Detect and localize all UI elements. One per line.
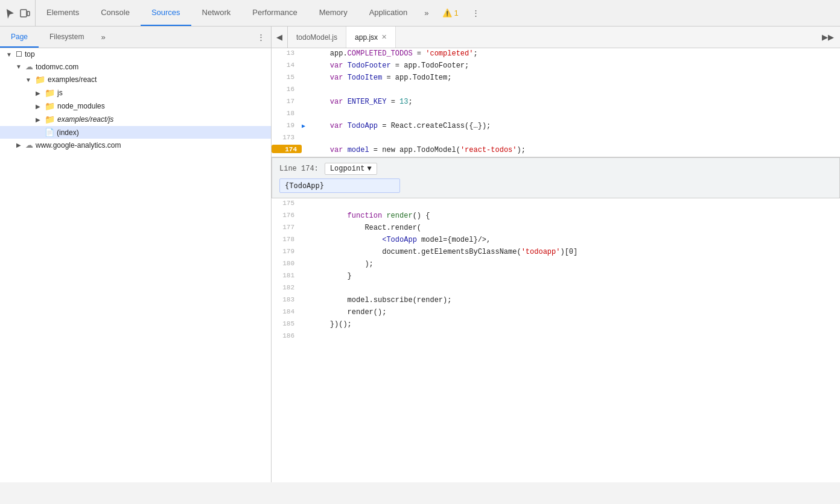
sub-tab-more[interactable]: ⋮ [251,27,271,48]
cursor-icon[interactable] [5,8,16,19]
sub-tab-overflow[interactable]: » [95,27,111,48]
tree-item-js[interactable]: ▶ 📁 js [0,86,271,99]
tab-console[interactable]: Console [90,0,141,26]
tree-item-label: top [25,50,35,58]
top-tab-bar: Elements Console Sources Network Perform… [0,0,840,27]
code-line-breakpoint: 174 var model = new app.TodoModel('react… [272,145,840,157]
warning-badge[interactable]: ⚠️ 1 [435,0,466,26]
right-panel: ◀ todoModel.js app.jsx ✕ ▶▶ 13 app.COMPL… [272,27,840,482]
folder-blue-icon: 📁 [45,88,55,98]
file-tab-label: todoModel.js [296,33,337,42]
tree-item-label: examples/react [48,75,97,84]
svg-rect-0 [21,10,27,17]
tab-elements[interactable]: Elements [36,0,90,26]
logpoint-header: Line 174: Logpoint ▼ [279,163,832,175]
tree-item-node-modules[interactable]: ▶ 📁 node_modules [0,99,271,113]
file-icon: 📄 [45,128,54,137]
warning-icon: ⚠️ [442,8,452,17]
sub-tab-bar: Page Filesystem » ⋮ [0,27,271,48]
folder-blue-icon: 📁 [45,101,55,111]
cloud-icon: ☁ [25,140,33,150]
file-tab-appjsx[interactable]: app.jsx ✕ [346,27,396,48]
left-panel: Page Filesystem » ⋮ ▼ ☐ top ▼ ☁ todomvc.… [0,27,272,482]
code-line: 175 [272,198,840,210]
sub-tab-page[interactable]: Page [0,27,39,48]
logpoint-popup: Line 174: Logpoint ▼ [272,157,840,198]
chevron-icon: ▼ [14,63,23,70]
folder-blue-icon: 📁 [35,75,45,84]
code-line: 176 function render() { [272,210,840,222]
code-line: 19 ▶ var TodoApp = React.createClass({…}… [272,121,840,133]
folder-icon: ☐ [16,50,22,58]
tree-item-label: node_modules [57,102,105,110]
tab-network[interactable]: Network [191,0,242,26]
code-line: 16 [272,84,840,96]
more-options-button[interactable]: ⋮ [466,0,486,26]
code-line: 14 var TodoFooter = app.TodoFooter; [272,60,840,72]
svg-rect-1 [27,11,30,16]
dropdown-chevron-icon: ▼ [367,165,371,173]
logpoint-type-select[interactable]: Logpoint ▼ [325,163,377,175]
code-line: 183 model.subscribe(render); [272,295,840,307]
code-line: 184 render(); [272,307,840,319]
cloud-icon: ☁ [25,62,33,71]
tab-memory[interactable]: Memory [308,0,358,26]
code-line: 17 var ENTER_KEY = 13; [272,96,840,109]
tree-item-label: www.google-analytics.com [36,141,121,150]
code-line: 185 })(); [272,319,840,331]
tree-item-index[interactable]: 📄 (index) [0,126,271,139]
tree-item-label: todomvc.com [36,63,78,71]
code-line: 178 <TodoApp model={model}/>, [272,235,840,247]
logpoint-line-label: Line 174: [279,165,319,173]
code-editor[interactable]: 13 app.COMPLETED_TODOS = 'completed'; 14… [272,48,840,482]
chevron-icon: ▶ [34,116,42,123]
chevron-icon: ▶ [34,103,42,110]
device-icon[interactable] [19,8,30,19]
code-line: 15 var TodoItem = app.TodoItem; [272,72,840,84]
logpoint-input[interactable] [279,178,400,193]
tree-item-todomvc[interactable]: ▼ ☁ todomvc.com [0,60,271,73]
chevron-icon: ▼ [24,77,33,83]
code-lines: 13 app.COMPLETED_TODOS = 'completed'; 14… [272,48,840,343]
logpoint-type-label: Logpoint [330,165,365,173]
tree-item-label: js [57,89,63,97]
close-tab-button[interactable]: ✕ [381,33,387,41]
file-tab-label: app.jsx [355,33,378,42]
code-line: 182 [272,283,840,295]
code-line: 179 document.getElementsByClassName('tod… [272,247,840,259]
tree-item-label: examples/react/js [57,115,113,124]
folder-orange-icon: 📁 [45,115,55,124]
code-line: 177 React.render( [272,222,840,235]
chevron-icon: ▼ [5,51,13,58]
code-line: 18 [272,109,840,121]
back-button[interactable]: ◀ [272,27,288,48]
tree-item-label: (index) [57,128,79,137]
chevron-icon: ▶ [34,90,42,96]
code-line: 13 app.COMPLETED_TODOS = 'completed'; [272,48,840,60]
code-line: 181 } [272,271,840,283]
main-layout: Page Filesystem » ⋮ ▼ ☐ top ▼ ☁ todomvc.… [0,27,840,482]
code-line: 180 ); [272,259,840,271]
code-line: 173 [272,133,840,145]
tab-overflow[interactable]: » [418,0,434,26]
tree-item-examples-react[interactable]: ▼ 📁 examples/react [0,73,271,86]
file-tree: ▼ ☐ top ▼ ☁ todomvc.com ▼ 📁 examples/rea… [0,48,271,151]
file-tab-todomodel[interactable]: todoModel.js [288,27,346,48]
collapse-panel-button[interactable]: ▶▶ [816,27,840,48]
file-tab-bar: ◀ todoModel.js app.jsx ✕ ▶▶ [272,27,840,48]
tree-item-top[interactable]: ▼ ☐ top [0,48,271,60]
tab-performance[interactable]: Performance [241,0,308,26]
code-line: 186 [272,331,840,343]
tree-item-google-analytics[interactable]: ▶ ☁ www.google-analytics.com [0,139,271,151]
chevron-icon: ▶ [14,142,23,148]
tab-sources[interactable]: Sources [141,0,191,26]
tab-application[interactable]: Application [358,0,419,26]
devtools-icons [0,0,36,26]
sub-tab-filesystem[interactable]: Filesystem [39,27,95,48]
tree-item-examples-react-js[interactable]: ▶ 📁 examples/react/js [0,113,271,126]
